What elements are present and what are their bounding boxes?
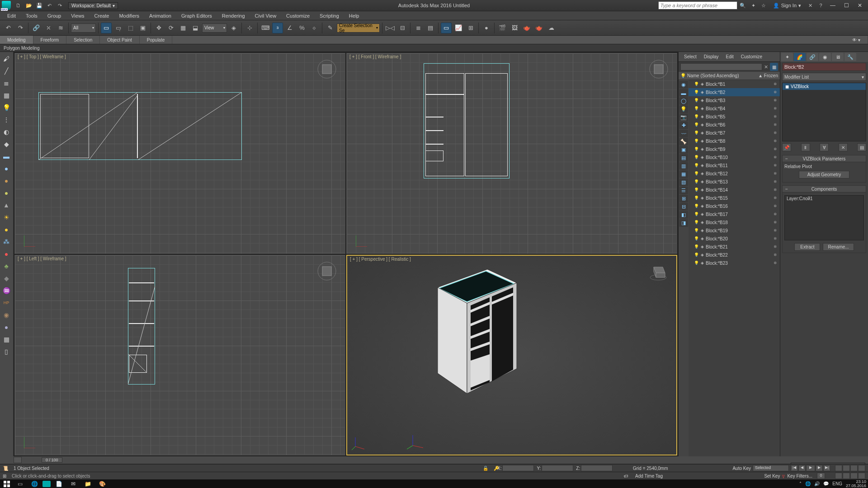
filter-b-icon[interactable]: ▤ [679,154,688,162]
tray-action-icon[interactable]: 💬 [823,481,829,486]
move-button[interactable]: ✥ [153,23,164,33]
tray-lang[interactable]: ENG [832,481,842,486]
manip-button[interactable]: ⊹ [244,23,255,33]
list-item[interactable]: 💡◈Block:*B13❄ [689,178,780,186]
nav-walk-icon[interactable] [843,473,850,479]
selection-filter-dropdown[interactable]: All [71,23,96,33]
se-view-button[interactable]: ▦ [770,63,778,71]
lock-icon[interactable]: 🔓 [483,466,488,471]
se-tab-edit[interactable]: Edit [724,53,736,60]
nav-zoomall-icon[interactable] [843,465,850,471]
tray-net-icon[interactable]: 🌐 [805,481,811,486]
tool-ball-icon[interactable]: ● [1,322,12,333]
remove-icon[interactable]: ✕ [839,143,848,151]
tool-face-icon[interactable]: ◆ [1,139,12,150]
star-icon[interactable]: ☆ [759,1,769,10]
curve-editor-button[interactable]: 📈 [453,23,464,33]
se-tab-display[interactable]: Display [702,53,721,60]
tool-drip-icon[interactable]: ● [1,249,12,259]
tool-grass-icon[interactable]: ♒ [1,285,12,296]
tool-light-icon[interactable]: ☀ [1,212,12,223]
se-header[interactable]: 💡 Name (Sorted Ascending) ▲ Frozen [679,72,780,80]
viewport-left[interactable]: [ + ] [ Left ] [ Wireframe ] [14,255,345,456]
cp-modify-tab[interactable]: 🌈 [794,53,806,61]
list-item[interactable]: 💡◈Block:*B11❄ [689,161,780,169]
open-icon[interactable]: 📂 [24,1,33,10]
spinner-snap-button[interactable]: ⟐ [309,23,320,33]
tool-bulb-icon[interactable]: 💡 [1,102,12,113]
refcoord-dropdown[interactable]: View [202,23,227,33]
autokey-label[interactable]: Auto Key [732,466,751,471]
filter-f-icon[interactable]: ☰ [679,187,688,194]
filter-all-icon[interactable]: ◉ [679,81,688,89]
tool-line-icon[interactable]: ╱ [1,66,12,76]
tool-particles-icon[interactable]: ⁂ [1,236,12,247]
filter-d-icon[interactable]: ▦ [679,170,688,178]
rollout-components[interactable]: Components [782,185,866,192]
chrome-icon[interactable]: 🌐 [28,480,41,488]
ribbon-tab-populate[interactable]: Populate [140,36,172,44]
workspace-dropdown[interactable]: Workspace: Default▾ [68,2,118,9]
filter-helper-icon[interactable]: ✚ [679,122,688,129]
cp-hierarchy-tab[interactable]: 🔗 [807,53,818,61]
tool-tex-icon[interactable]: ◉ [1,310,12,320]
nav-fov-icon[interactable] [850,465,858,471]
menu-tools[interactable]: Tools [21,12,42,19]
tool-collapse-icon[interactable]: ▯ [1,346,12,357]
select-region-button[interactable]: ⬚ [125,23,136,33]
ribbon-collapse-icon[interactable]: 👁 ▾ [845,36,868,44]
list-item[interactable]: 💡◈Block:*B14❄ [689,186,780,194]
list-item[interactable]: 💡◈Block:*B8❄ [689,137,780,145]
list-item[interactable]: 💡◈Block:*B16❄ [689,202,780,210]
angle-snap-button[interactable]: ∠ [284,23,295,33]
tray-chevron-icon[interactable]: ˄ [799,481,802,486]
mirror-button[interactable]: ▷◁ [385,23,396,33]
coord-y-input[interactable] [542,465,573,471]
menu-civilview[interactable]: Civil View [250,12,281,19]
tool-sphere2-icon[interactable]: ● [1,175,12,186]
help-icon[interactable]: ? [816,1,826,10]
menu-grapheditors[interactable]: Graph Editors [177,12,217,19]
percent-snap-button[interactable]: % [297,23,307,33]
ribbon-tab-objectpaint[interactable]: Object Paint [100,36,139,44]
filter-h-icon[interactable]: ⊟ [679,203,688,211]
adjust-geometry-button[interactable]: Adjust Geometry [799,171,849,178]
max-icon[interactable] [42,481,51,487]
tool-edge-icon[interactable]: ◐ [1,127,12,137]
modifier-list-dropdown[interactable]: Modifier List [782,73,866,81]
taskview-icon[interactable]: ▭ [14,480,26,488]
goto-end-button[interactable]: ▶| [823,465,830,471]
tray-clock[interactable]: 23:1027.05.2016 [846,480,866,488]
frame-indicator[interactable]: 0 / 100 [42,457,62,463]
play-button[interactable]: ▶ [806,465,815,471]
undo-icon[interactable]: ↶ [45,1,54,10]
show-icon[interactable]: Ⅱ [801,143,810,151]
keyfilters-button[interactable]: Key Filters... [787,474,812,479]
tool-cyl-icon[interactable]: ● [1,188,12,198]
schematic-button[interactable]: ⊞ [465,23,476,33]
kbd-button[interactable]: ⌨ [260,23,271,33]
filter-bone-icon[interactable]: 🦴 [679,138,688,145]
ribbon-tab-freeform[interactable]: Freeform [33,36,67,44]
render-button[interactable]: 🫖 [521,23,532,33]
components-list[interactable]: Layer:Слой1 [784,195,864,240]
render-online-button[interactable]: ☁ [546,23,557,33]
viewport-front[interactable]: [ + ] [ Front ] [ Wireframe ] [346,53,677,254]
unique-icon[interactable]: ∀ [820,143,829,151]
align-button[interactable]: ⊟ [397,23,408,33]
filter-c-icon[interactable]: ▥ [679,162,688,170]
link-button[interactable]: 🔗 [31,23,42,33]
setkey-button[interactable]: ⍒ [782,473,785,479]
filter-light-icon[interactable]: 💡 [679,105,688,113]
window-crossing-button[interactable]: ▣ [137,23,148,33]
list-item[interactable]: 💡◈Block:*B2❄ [689,88,780,96]
list-item[interactable]: 💡◈Block:*B23❄ [689,259,780,267]
ribbon-tab-selection[interactable]: Selection [66,36,100,44]
select-name-button[interactable]: ▭̣ [113,23,124,33]
viewport-perspective[interactable]: [ + ] [ Perspective ] [ Realistic ] [346,255,677,456]
tool-sphere-icon[interactable]: ● [1,163,12,174]
list-item[interactable]: 💡◈Block:*B10❄ [689,153,780,161]
timetag-icon[interactable]: 🏷 [624,474,628,479]
close-button[interactable]: ✕ [854,1,866,10]
pivot-button[interactable]: ◈ [228,23,239,33]
